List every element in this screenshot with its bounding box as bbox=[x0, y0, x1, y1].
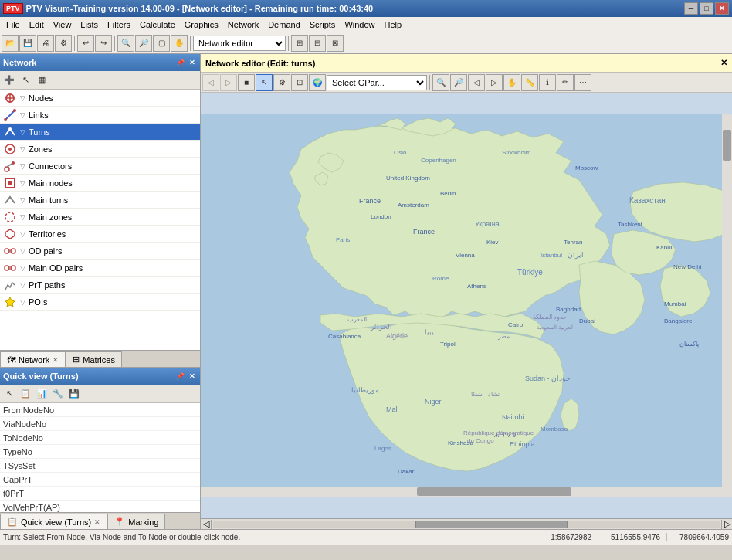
minimize-button[interactable]: ─ bbox=[684, 2, 698, 15]
panel-pin-button[interactable]: 📌 bbox=[175, 59, 186, 66]
map-tb-edit[interactable]: ✏ bbox=[557, 74, 574, 91]
toolbar-zoom-out[interactable]: 🔎 bbox=[135, 35, 152, 52]
menu-network[interactable]: Network bbox=[223, 19, 263, 31]
toolbar-select[interactable]: ▢ bbox=[153, 35, 170, 52]
map-tb-select[interactable]: ↖ bbox=[256, 74, 273, 91]
map-tb-pan[interactable]: ✋ bbox=[503, 74, 520, 91]
tree-item-nodes[interactable]: ▽ Nodes bbox=[0, 90, 200, 107]
tab-network-close[interactable]: ✕ bbox=[53, 356, 59, 364]
map-tb-tool1[interactable]: ⚙ bbox=[273, 74, 290, 91]
scroll-right-button[interactable]: ▷ bbox=[721, 520, 732, 529]
menu-lists[interactable]: Lists bbox=[76, 19, 103, 31]
links-label: Links bbox=[29, 110, 49, 120]
territories-label: Territories bbox=[29, 229, 66, 239]
scroll-left-button[interactable]: ◁ bbox=[201, 520, 212, 529]
toolbar-pan[interactable]: ✋ bbox=[171, 35, 188, 52]
toolbar-btn1[interactable]: ⊞ bbox=[291, 35, 308, 52]
map-tb-stop[interactable]: ■ bbox=[238, 74, 255, 91]
map-tb-back[interactable]: ◁ bbox=[468, 74, 485, 91]
map-area[interactable]: France United Kingdom Berlin Amsterdam L… bbox=[201, 93, 732, 518]
toolbar-open[interactable]: 📂 bbox=[2, 35, 19, 52]
tree-item-main-zones[interactable]: ▽ Main zones bbox=[0, 209, 200, 226]
svg-text:Paris: Paris bbox=[336, 236, 350, 243]
menu-scripts[interactable]: Scripts bbox=[305, 19, 341, 31]
menu-file[interactable]: File bbox=[2, 19, 25, 31]
tree-item-pois[interactable]: ▽ POIs bbox=[0, 294, 200, 311]
network-editor-dropdown[interactable]: Network editor bbox=[193, 36, 286, 51]
tab-quickview-close[interactable]: ✕ bbox=[94, 518, 100, 526]
svg-point-19 bbox=[11, 266, 15, 270]
qv-btn4[interactable]: 🔧 bbox=[50, 387, 66, 401]
toolbar-zoom-in[interactable]: 🔍 bbox=[117, 35, 134, 52]
map-tb-identify[interactable]: ℹ bbox=[539, 74, 556, 91]
qv-btn2[interactable]: 📋 bbox=[18, 387, 33, 401]
svg-text:Türkiye: Türkiye bbox=[517, 268, 543, 277]
map-tb-forward[interactable]: ▷ bbox=[486, 74, 503, 91]
map-close-button[interactable]: ✕ bbox=[720, 58, 727, 68]
toolbar-btn3[interactable]: ⊠ bbox=[327, 35, 344, 52]
map-tb-zoom-out[interactable]: 🔎 bbox=[450, 74, 467, 91]
menu-calculate[interactable]: Calculate bbox=[135, 19, 180, 31]
menu-window[interactable]: Window bbox=[340, 19, 379, 31]
maximize-button[interactable]: □ bbox=[700, 2, 713, 15]
gpar-dropdown[interactable]: Select GPar... bbox=[327, 75, 427, 90]
tree-filter-button[interactable]: ▦ bbox=[34, 73, 49, 87]
tab-marking-label: Marking bbox=[128, 518, 158, 527]
links-filter-icon: ▽ bbox=[20, 111, 25, 119]
toolbar-properties[interactable]: ⚙ bbox=[55, 35, 72, 52]
tree-item-turns[interactable]: ▽ Turns bbox=[0, 124, 200, 141]
qv-btn3[interactable]: 📊 bbox=[34, 387, 49, 401]
menu-view[interactable]: View bbox=[49, 19, 76, 31]
menu-demand[interactable]: Demand bbox=[263, 19, 305, 31]
svg-text:Athens: Athens bbox=[467, 283, 486, 290]
toolbar-btn2[interactable]: ⊟ bbox=[309, 35, 326, 52]
map-tb-globe[interactable]: 🌍 bbox=[309, 74, 326, 91]
qv-pin-button[interactable]: 📌 bbox=[175, 372, 186, 380]
svg-text:du Congo: du Congo bbox=[467, 437, 494, 444]
svg-text:Baghdad: Baghdad bbox=[556, 306, 581, 313]
toolbar-undo[interactable]: ↩ bbox=[77, 35, 94, 52]
tree-cursor-button[interactable]: ↖ bbox=[18, 73, 33, 87]
tree-item-main-od-pairs[interactable]: ▽ Main OD pairs bbox=[0, 260, 200, 277]
menu-graphics[interactable]: Graphics bbox=[180, 19, 223, 31]
qv-close-button[interactable]: ✕ bbox=[188, 372, 197, 380]
tree-item-prt-paths[interactable]: ▽ PrT paths bbox=[0, 277, 200, 294]
tab-quickview-turns[interactable]: 📋 Quick view (Turns) ✕ bbox=[0, 514, 107, 529]
map-tb-btn2[interactable]: ▷ bbox=[220, 74, 237, 91]
map-tb-more[interactable]: ⋯ bbox=[574, 74, 591, 91]
tree-item-main-nodes[interactable]: ▽ Main nodes bbox=[0, 175, 200, 192]
toolbar-print[interactable]: 🖨 bbox=[37, 35, 54, 52]
tree-list: ▽ Nodes ▽ Links ▽ Turns ▽ Zones bbox=[0, 90, 200, 350]
map-tb-measure[interactable]: 📏 bbox=[521, 74, 538, 91]
menu-help[interactable]: Help bbox=[380, 19, 407, 31]
title-bar-controls: ─ □ ✕ bbox=[684, 2, 729, 15]
tree-item-territories[interactable]: ▽ Territories bbox=[0, 226, 200, 243]
tab-matrices[interactable]: ⊞ Matrices bbox=[66, 351, 122, 367]
menu-edit[interactable]: Edit bbox=[25, 19, 49, 31]
map-tb-zoom-in[interactable]: 🔍 bbox=[432, 74, 449, 91]
tree-item-links[interactable]: ▽ Links bbox=[0, 107, 200, 124]
map-scrollbar-h[interactable]: ◁ ▷ bbox=[201, 518, 732, 529]
tree-item-od-pairs[interactable]: ▽ OD pairs bbox=[0, 243, 200, 260]
svg-point-11 bbox=[12, 161, 15, 165]
svg-text:Sudan - جودان: Sudan - جودان bbox=[525, 375, 571, 383]
map-tb-btn1[interactable]: ◁ bbox=[202, 74, 219, 91]
svg-marker-22 bbox=[5, 297, 15, 307]
tab-marking[interactable]: 📍 Marking bbox=[107, 514, 165, 529]
close-button[interactable]: ✕ bbox=[715, 2, 729, 15]
tree-item-zones[interactable]: ▽ Zones bbox=[0, 141, 200, 158]
tree-item-main-turns[interactable]: ▽ Main turns bbox=[0, 192, 200, 209]
menu-filters[interactable]: Filters bbox=[103, 19, 135, 31]
toolbar-redo[interactable]: ↪ bbox=[95, 35, 112, 52]
map-tb-snap[interactable]: ⊡ bbox=[291, 74, 308, 91]
tree-item-connectors[interactable]: ▽ Connectors bbox=[0, 158, 200, 175]
status-coord3: 7809664.4059 bbox=[679, 533, 729, 541]
tree-add-button[interactable]: ➕ bbox=[2, 73, 17, 87]
scrollbar-thumb-h[interactable] bbox=[415, 521, 568, 528]
tab-network[interactable]: 🗺 Network ✕ bbox=[0, 351, 66, 367]
panel-close-button[interactable]: ✕ bbox=[188, 59, 197, 66]
qv-btn5[interactable]: 💾 bbox=[66, 387, 82, 401]
main-od-pairs-label: Main OD pairs bbox=[29, 263, 83, 273]
toolbar-save[interactable]: 💾 bbox=[19, 35, 36, 52]
qv-btn1[interactable]: ↖ bbox=[2, 387, 17, 401]
